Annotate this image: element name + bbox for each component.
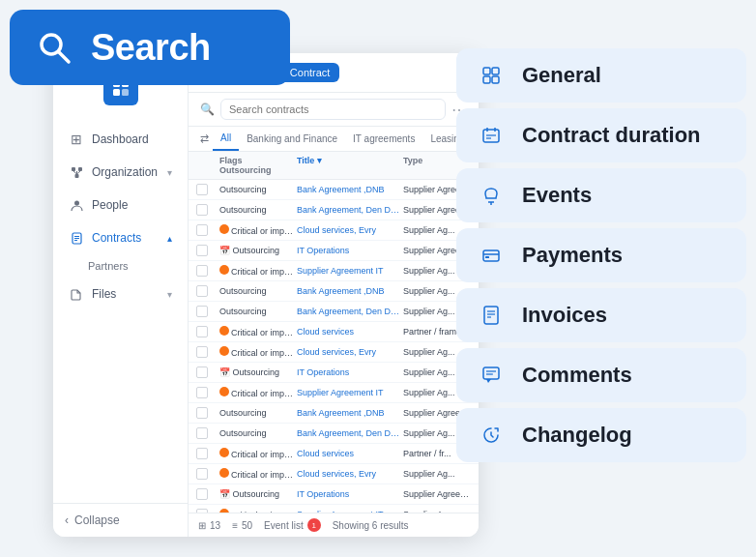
- menu-item-contract-duration[interactable]: Contract duration: [456, 108, 746, 162]
- row-title[interactable]: Bank Agreement, Den Dansk...: [297, 205, 403, 215]
- row-title[interactable]: Supplier Agreement IT: [297, 388, 403, 397]
- list-icon: ≡: [232, 520, 238, 531]
- menu-item-label: Comments: [522, 363, 632, 388]
- tabs-row: ⇄ All Banking and Finance IT agreements …: [189, 127, 479, 152]
- row-checkbox[interactable]: [196, 448, 208, 459]
- sidebar-item-files[interactable]: Files ▾: [57, 278, 184, 309]
- event-badge: 1: [307, 518, 321, 532]
- row-title[interactable]: Bank Agreement, Den Dansk...: [297, 428, 403, 438]
- row-title[interactable]: Cloud services, Evry: [297, 225, 403, 235]
- search-header[interactable]: Search: [10, 10, 290, 85]
- tab-banking[interactable]: Banking and Finance: [239, 128, 345, 150]
- event-label: Event list: [264, 520, 304, 531]
- row-checkbox[interactable]: [196, 306, 208, 317]
- table-row[interactable]: Critical or important outsourcing Suppli…: [189, 505, 479, 513]
- table-row[interactable]: 📅 Outsourcing IT Operations Supplier Ag.…: [189, 363, 479, 383]
- table-row[interactable]: Critical or important outsourcing Cloud …: [189, 220, 479, 241]
- row-outsourcing: Outsourcing: [219, 428, 297, 438]
- row-title[interactable]: Bank Agreement ,DNB: [297, 286, 403, 296]
- footer-list-count[interactable]: ≡ 50: [232, 520, 252, 531]
- contracts-search-input[interactable]: [220, 99, 446, 120]
- table-row[interactable]: Outsourcing Bank Agreement, Den Dansk...…: [189, 302, 479, 322]
- row-title[interactable]: Bank Agreement ,DNB: [297, 408, 403, 418]
- general-icon: [476, 60, 507, 91]
- row-checkbox[interactable]: [196, 245, 208, 256]
- row-outsourcing: Outsourcing: [219, 185, 297, 194]
- row-checkbox[interactable]: [196, 407, 208, 419]
- search-bar-icon: 🔍: [200, 103, 215, 116]
- row-checkbox[interactable]: [196, 285, 208, 297]
- row-title[interactable]: Cloud services, Evry: [297, 347, 403, 357]
- row-outsourcing: Critical or important outsourcing: [219, 224, 297, 236]
- sidebar-item-label: People: [92, 198, 128, 212]
- menu-item-label: Payments: [522, 243, 623, 268]
- row-checkbox[interactable]: [196, 387, 208, 398]
- sidebar-sub-partners[interactable]: Partners: [53, 254, 188, 278]
- footer-grid-count[interactable]: ⊞ 13: [198, 520, 220, 531]
- row-title[interactable]: Bank Agreement ,DNB: [297, 185, 403, 194]
- row-checkbox[interactable]: [196, 204, 208, 216]
- row-outsourcing: Critical or important outsourcing: [219, 448, 297, 459]
- table-row[interactable]: Outsourcing Bank Agreement ,DNB Supplier…: [189, 180, 479, 200]
- row-title[interactable]: Cloud services: [297, 327, 403, 337]
- sidebar: ⊞ Dashboard Organization ▾ People Contra…: [53, 53, 189, 537]
- table-row[interactable]: Critical or important outsourcing Cloud …: [189, 342, 479, 363]
- table-row[interactable]: Critical or important outsourcing Cloud …: [189, 444, 479, 464]
- menu-item-general[interactable]: General: [456, 48, 746, 103]
- comments-icon: [476, 360, 507, 391]
- table-row[interactable]: Critical or important outsourcing Cloud …: [189, 464, 479, 484]
- collapse-label: Collapse: [74, 513, 120, 527]
- sidebar-item-contracts[interactable]: Contracts ▴: [57, 222, 184, 253]
- svg-rect-28: [483, 250, 499, 261]
- row-checkbox[interactable]: [196, 488, 208, 500]
- sidebar-item-dashboard[interactable]: ⊞ Dashboard: [57, 124, 184, 155]
- table-row[interactable]: Outsourcing Bank Agreement, Den Dansk...…: [189, 424, 479, 444]
- sidebar-item-label: Organization: [92, 165, 158, 179]
- table-row[interactable]: 📅 Outsourcing IT Operations Supplier Agr…: [189, 484, 479, 505]
- search-label: Search: [91, 27, 211, 69]
- row-title[interactable]: Supplier Agreement IT: [297, 266, 403, 276]
- svg-rect-8: [74, 174, 78, 178]
- menu-item-events[interactable]: Events: [456, 168, 746, 222]
- row-checkbox[interactable]: [196, 366, 208, 378]
- row-title[interactable]: Cloud services: [297, 449, 403, 458]
- table-row[interactable]: Outsourcing Bank Agreement, Den Dansk...…: [189, 200, 479, 220]
- footer-event-list[interactable]: Event list 1: [264, 518, 321, 532]
- row-checkbox[interactable]: [196, 427, 208, 439]
- table-row[interactable]: Critical or important outsourcing Suppli…: [189, 261, 479, 281]
- sidebar-item-people[interactable]: People: [57, 190, 184, 220]
- tab-all[interactable]: All: [213, 127, 239, 151]
- row-checkbox[interactable]: [196, 346, 208, 358]
- row-checkbox[interactable]: [196, 468, 208, 480]
- row-checkbox[interactable]: [196, 265, 208, 277]
- row-outsourcing: 📅 Outsourcing: [219, 367, 297, 377]
- table-row[interactable]: 📅 Outsourcing IT Operations Supplier Agr…: [189, 241, 479, 261]
- table-row[interactable]: Outsourcing Bank Agreement ,DNB Supplier…: [189, 281, 479, 302]
- row-title[interactable]: Bank Agreement, Den Dansk...: [297, 307, 403, 316]
- menu-item-label: Changelog: [522, 423, 632, 448]
- row-outsourcing: Critical or important outsourcing: [219, 387, 297, 398]
- tab-it[interactable]: IT agreements: [345, 128, 422, 150]
- row-title[interactable]: IT Operations: [297, 246, 403, 255]
- row-title[interactable]: IT Operations: [297, 367, 403, 377]
- menu-item-invoices[interactable]: Invoices: [456, 288, 746, 342]
- menu-item-changelog[interactable]: Changelog: [456, 408, 746, 462]
- table-row[interactable]: Critical or important outsourcing Suppli…: [189, 383, 479, 403]
- row-outsourcing: Critical or important outsourcing: [219, 468, 297, 480]
- contracts-search-bar: 🔍 ⋯: [189, 93, 479, 127]
- sidebar-item-organization[interactable]: Organization ▾: [57, 157, 184, 188]
- menu-item-payments[interactable]: Payments: [456, 228, 746, 282]
- row-title[interactable]: Cloud services, Evry: [297, 469, 403, 479]
- filter-toggle[interactable]: ⇄: [196, 127, 213, 151]
- table-row[interactable]: Critical or important outsourcing Cloud …: [189, 322, 479, 342]
- collapse-button[interactable]: ‹ Collapse: [53, 503, 188, 537]
- menu-item-label: General: [522, 63, 601, 88]
- row-title[interactable]: IT Operations: [297, 489, 403, 499]
- row-checkbox[interactable]: [196, 326, 208, 337]
- menu-item-comments[interactable]: Comments: [456, 348, 746, 402]
- row-outsourcing: Outsourcing: [219, 307, 297, 316]
- table-row[interactable]: Outsourcing Bank Agreement ,DNB Supplier…: [189, 403, 479, 424]
- row-checkbox[interactable]: [196, 184, 208, 195]
- menu-item-label: Events: [522, 183, 592, 208]
- row-checkbox[interactable]: [196, 224, 208, 236]
